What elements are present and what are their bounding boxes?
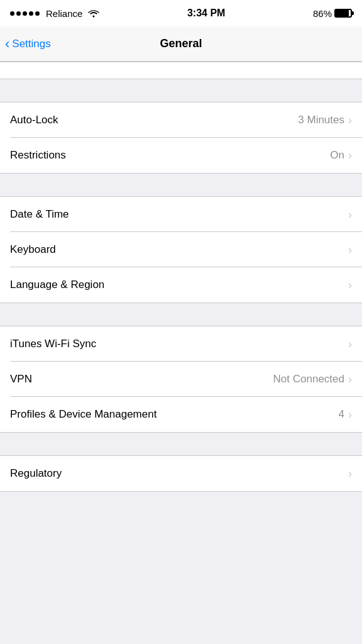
regulatory-label: Regulatory [10, 467, 348, 480]
status-left: Reliance [10, 8, 99, 19]
profiles-device-right: 4 › [339, 408, 352, 421]
regulatory-row[interactable]: Regulatory › [0, 456, 362, 491]
battery-indicator: 86% [313, 8, 352, 19]
battery-icon [334, 9, 352, 18]
section-gap-4 [0, 492, 362, 514]
itunes-wifi-sync-right: › [348, 338, 352, 351]
vpn-chevron-icon: › [348, 373, 352, 386]
language-region-chevron-icon: › [348, 279, 352, 292]
settings-content: Auto-Lock 3 Minutes › Restrictions On › … [0, 62, 362, 514]
navigation-bar: ‹ Settings General [0, 26, 362, 62]
date-time-label: Date & Time [10, 208, 348, 221]
language-region-right: › [348, 279, 352, 292]
vpn-value: Not Connected [273, 373, 344, 386]
language-region-row[interactable]: Language & Region › [0, 267, 362, 303]
restrictions-right: On › [330, 149, 352, 162]
itunes-wifi-sync-chevron-icon: › [348, 338, 352, 351]
section-gap-1 [0, 174, 362, 196]
vpn-row[interactable]: VPN Not Connected › [0, 362, 362, 397]
back-button[interactable]: ‹ Settings [5, 37, 51, 51]
keyboard-chevron-icon: › [348, 243, 352, 257]
settings-group-1: Auto-Lock 3 Minutes › Restrictions On › [0, 102, 362, 174]
back-label: Settings [12, 38, 50, 50]
carrier-name: Reliance [46, 8, 82, 19]
profiles-device-chevron-icon: › [348, 408, 352, 421]
settings-group-4: Regulatory › [0, 455, 362, 492]
settings-group-2: Date & Time › Keyboard › Language & Regi… [0, 196, 362, 303]
date-time-right: › [348, 208, 352, 221]
status-bar: Reliance 3:34 PM 86% [0, 0, 362, 26]
restrictions-value: On [330, 149, 344, 162]
profiles-device-value: 4 [339, 408, 344, 421]
back-chevron-icon: ‹ [5, 37, 9, 51]
auto-lock-value: 3 Minutes [298, 114, 344, 126]
status-time: 3:34 PM [187, 8, 225, 19]
restrictions-label: Restrictions [10, 149, 330, 162]
keyboard-row[interactable]: Keyboard › [0, 232, 362, 267]
page-title: General [160, 37, 202, 50]
keyboard-right: › [348, 243, 352, 257]
battery-percent: 86% [313, 8, 332, 19]
restrictions-row[interactable]: Restrictions On › [0, 138, 362, 173]
date-time-chevron-icon: › [348, 208, 352, 221]
section-gap-0 [0, 79, 362, 102]
keyboard-label: Keyboard [10, 243, 348, 256]
regulatory-chevron-icon: › [348, 467, 352, 480]
regulatory-right: › [348, 467, 352, 480]
language-region-label: Language & Region [10, 279, 348, 291]
auto-lock-chevron-icon: › [348, 114, 352, 127]
vpn-label: VPN [10, 373, 273, 386]
restrictions-chevron-icon: › [348, 149, 352, 162]
settings-group-3: iTunes Wi-Fi Sync › VPN Not Connected › … [0, 326, 362, 433]
profiles-device-row[interactable]: Profiles & Device Management 4 › [0, 397, 362, 432]
auto-lock-right: 3 Minutes › [298, 114, 352, 127]
section-gap-3 [0, 433, 362, 455]
itunes-wifi-sync-row[interactable]: iTunes Wi-Fi Sync › [0, 326, 362, 362]
auto-lock-row[interactable]: Auto-Lock 3 Minutes › [0, 103, 362, 138]
wifi-icon [88, 9, 99, 18]
profiles-device-label: Profiles & Device Management [10, 408, 339, 421]
partial-visible-row [0, 62, 362, 79]
auto-lock-label: Auto-Lock [10, 114, 298, 126]
section-gap-2 [0, 303, 362, 326]
vpn-right: Not Connected › [273, 373, 352, 386]
status-right: 86% [313, 8, 352, 19]
date-time-row[interactable]: Date & Time › [0, 197, 362, 232]
itunes-wifi-sync-label: iTunes Wi-Fi Sync [10, 338, 348, 350]
signal-dots [10, 11, 40, 16]
